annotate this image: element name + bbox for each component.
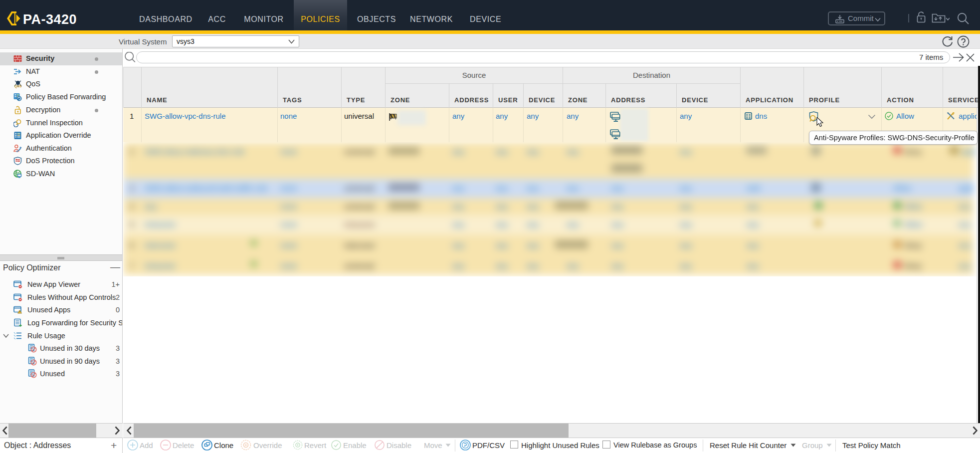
svg-text:QoS: QoS: [14, 84, 22, 88]
